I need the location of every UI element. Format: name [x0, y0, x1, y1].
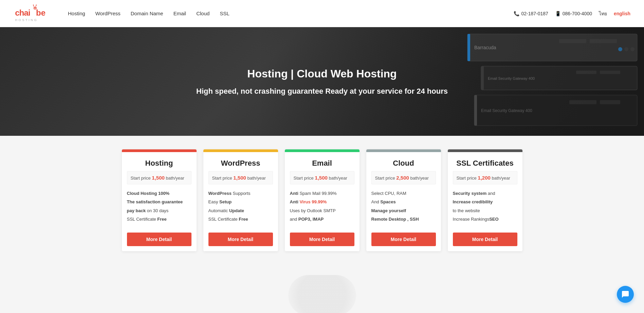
- hosting-price-num: 1,500: [152, 175, 165, 181]
- logo: chai be HOSTING: [14, 3, 54, 24]
- svg-rect-27: [600, 100, 620, 104]
- cloud-card-price: Start price 2,500 bath/year: [371, 171, 436, 184]
- svg-text:chai: chai: [15, 8, 30, 17]
- header: chai be HOSTING Hosting WordPress Domain…: [0, 0, 644, 27]
- wordpress-more-detail-button[interactable]: More Detail: [208, 233, 273, 246]
- email-card: Email Start price 1,500 bath/year Anti S…: [285, 149, 360, 251]
- ssl-card: SSL Certificates Start price 1,200 bath/…: [448, 149, 522, 251]
- svg-point-16: [624, 47, 628, 51]
- hosting-feature-4: SSL Certificate Free: [127, 215, 191, 223]
- nav-email[interactable]: Email: [173, 11, 186, 16]
- nav-wordpress[interactable]: WordPress: [95, 11, 121, 16]
- wordpress-feature-1: WordPress Supports: [208, 189, 273, 197]
- svg-rect-19: [481, 66, 484, 90]
- ssl-card-price: Start price 1,200 bath/year: [453, 171, 517, 184]
- ssl-feature-4: Increase RankingsSEO: [453, 215, 517, 223]
- email-feature-4: and POP3, IMAP: [290, 215, 354, 223]
- wordpress-price-unit: bath/year: [247, 176, 266, 181]
- hero-title: Hosting | Cloud Web Hosting: [196, 68, 448, 80]
- ssl-feature-2: Increase credibility: [453, 198, 517, 206]
- ssl-price-num: 1,200: [478, 175, 491, 181]
- wordpress-card-price: Start price 1,500 bath/year: [208, 171, 273, 184]
- chat-bubble[interactable]: [617, 286, 634, 303]
- pricing-cards-section: Hosting Start price 1,500 bath/year Clou…: [0, 136, 644, 265]
- email-card-price: Start price 1,500 bath/year: [290, 171, 354, 184]
- cloud-card-features: Select CPU, RAM And Spaces Manage yourse…: [366, 184, 441, 229]
- ssl-price-unit: bath/year: [492, 176, 510, 181]
- email-card-bar: [285, 149, 360, 152]
- email-card-features: Anti Spam Mail 99.99% Anti Virus 99.99% …: [285, 184, 360, 229]
- wordpress-feature-3: Automatic Update: [208, 207, 273, 215]
- cloud-card: Cloud Start price 2,500 bath/year Select…: [366, 149, 441, 251]
- svg-point-7: [34, 7, 35, 8]
- nav-ssl[interactable]: SSL: [220, 11, 229, 16]
- wordpress-card-title: WordPress: [203, 152, 278, 171]
- svg-rect-26: [569, 100, 596, 104]
- ssl-feature-3: to the website: [453, 207, 517, 215]
- lang-english[interactable]: english: [614, 11, 630, 16]
- cloud-feature-4: Remote Desktop , SSH: [371, 215, 436, 223]
- ssl-card-bar: [448, 149, 522, 152]
- cloud-more-detail-button[interactable]: More Detail: [371, 233, 436, 246]
- svg-point-15: [618, 47, 622, 51]
- hosting-card: Hosting Start price 1,500 bath/year Clou…: [122, 149, 197, 251]
- logo-area: chai be HOSTING: [14, 3, 54, 24]
- hosting-card-features: Cloud Hosting 100% The satisfaction guar…: [122, 184, 197, 229]
- wordpress-card-features: WordPress Supports Easy Setup Automatic …: [203, 184, 278, 229]
- email-card-title: Email: [285, 152, 360, 171]
- svg-rect-11: [467, 34, 470, 61]
- hosting-card-title: Hosting: [122, 152, 197, 171]
- hero-section: Barracuda Email Security Gateway 400 Ema…: [0, 27, 644, 136]
- svg-line-3: [35, 5, 36, 7]
- ssl-feature-1: Security system and: [453, 189, 517, 197]
- phone-contact: 📞 02-187-0187: [514, 11, 548, 16]
- mobile-icon: 📱: [555, 11, 561, 16]
- wordpress-feature-4: SSL Certificate Free: [208, 215, 273, 223]
- svg-rect-13: [559, 39, 586, 43]
- cloud-feature-1: Select CPU, RAM: [371, 189, 436, 197]
- mobile-number: 086-700-4000: [563, 11, 592, 16]
- cloud-feature-2: And Spaces: [371, 198, 436, 206]
- svg-text:Email Security Gateway 400: Email Security Gateway 400: [481, 108, 532, 113]
- lang-thai[interactable]: ไทย: [599, 10, 607, 17]
- chat-icon: [621, 290, 629, 298]
- email-price-unit: bath/year: [329, 176, 347, 181]
- svg-text:be: be: [36, 8, 45, 17]
- nav-hosting[interactable]: Hosting: [68, 11, 85, 16]
- svg-point-4: [33, 4, 34, 5]
- hosting-card-bar: [122, 149, 197, 152]
- mobile-contact: 📱 086-700-4000: [555, 11, 592, 16]
- svg-point-17: [630, 47, 634, 51]
- email-price-num: 1,500: [315, 175, 328, 181]
- cloud-price-unit: bath/year: [410, 176, 429, 181]
- hosting-card-price: Start price 1,500 bath/year: [127, 171, 191, 184]
- hero-devices-svg: Barracuda Email Security Gateway 400 Ema…: [440, 27, 644, 136]
- svg-text:Email Security Gateway 400: Email Security Gateway 400: [488, 76, 535, 80]
- email-more-detail-button[interactable]: More Detail: [290, 233, 354, 246]
- email-feature-3: Uses by Outlook SMTP: [290, 207, 354, 215]
- svg-point-8: [35, 7, 36, 8]
- bottom-section: [0, 265, 644, 313]
- svg-point-5: [36, 4, 37, 5]
- svg-rect-24: [474, 95, 477, 126]
- main-nav: Hosting WordPress Domain Name Email Clou…: [68, 11, 514, 16]
- svg-line-2: [33, 5, 34, 7]
- nav-cloud[interactable]: Cloud: [196, 11, 209, 16]
- cloud-price-num: 2,500: [396, 175, 409, 181]
- hosting-price-unit: bath/year: [166, 176, 184, 181]
- cloud-card-title: Cloud: [366, 152, 441, 171]
- wordpress-card-bar: [203, 149, 278, 152]
- cloud-graphic: [288, 275, 356, 313]
- ssl-card-features: Security system and Increase credibility…: [448, 184, 522, 229]
- hero-content: Hosting | Cloud Web Hosting High speed, …: [196, 68, 448, 96]
- email-feature-1: Anti Spam Mail 99.99%: [290, 189, 354, 197]
- hosting-feature-1: Cloud Hosting 100%: [127, 189, 191, 197]
- svg-text:HOSTING: HOSTING: [15, 18, 38, 21]
- nav-domain[interactable]: Domain Name: [131, 11, 163, 16]
- phone-icon: 📞: [514, 11, 519, 16]
- hosting-more-detail-button[interactable]: More Detail: [127, 233, 191, 246]
- svg-rect-22: [600, 71, 620, 74]
- ssl-more-detail-button[interactable]: More Detail: [453, 233, 517, 246]
- svg-rect-21: [576, 71, 596, 74]
- phone-number: 02-187-0187: [521, 11, 548, 16]
